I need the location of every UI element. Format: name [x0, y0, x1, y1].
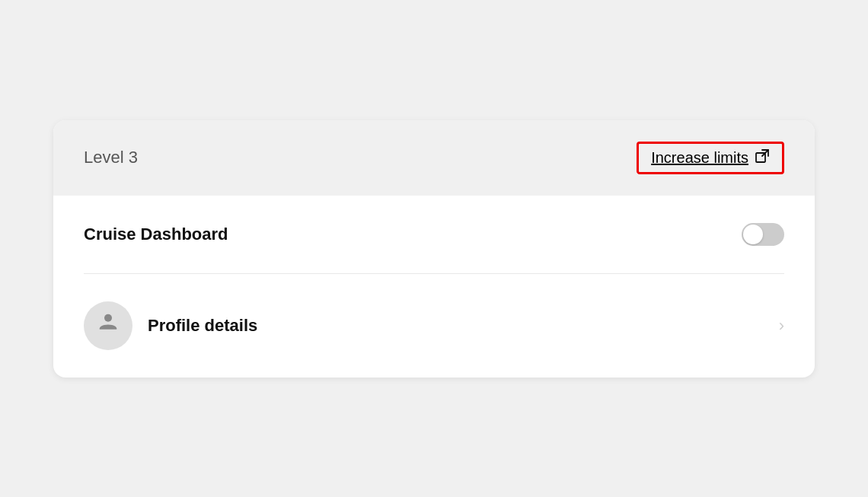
cruise-dashboard-label: Cruise Dashboard	[84, 225, 228, 244]
increase-limits-button[interactable]: Increase limits	[651, 148, 770, 167]
profile-details-label: Profile details	[148, 316, 257, 336]
chevron-right-icon: ›	[779, 316, 784, 336]
level-header: Level 3 Increase limits	[53, 120, 815, 196]
level-title: Level 3	[84, 148, 138, 167]
card-body: Cruise Dashboard Profile details	[53, 196, 815, 378]
svg-point-1	[104, 314, 112, 322]
increase-limits-label: Increase limits	[651, 149, 748, 167]
main-card: Level 3 Increase limits Cruise Dashboard	[53, 120, 815, 378]
person-icon	[97, 311, 120, 339]
avatar	[84, 301, 132, 350]
increase-limits-highlight: Increase limits	[637, 142, 784, 174]
cruise-dashboard-toggle[interactable]	[742, 223, 784, 246]
cruise-dashboard-row: Cruise Dashboard	[84, 196, 784, 273]
toggle-knob	[743, 225, 763, 244]
profile-row-content: Profile details	[84, 301, 779, 350]
external-link-icon	[755, 148, 770, 167]
profile-details-row[interactable]: Profile details ›	[84, 273, 784, 378]
